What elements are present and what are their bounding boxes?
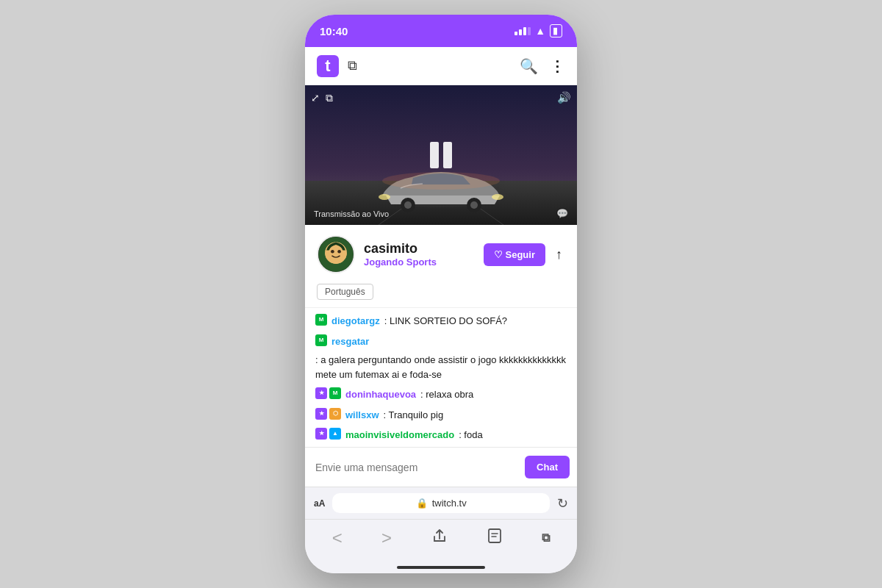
top-nav: t ⧉ 🔍 ⋮ bbox=[305, 47, 577, 85]
follow-button[interactable]: ♡ Seguir bbox=[484, 243, 545, 266]
bookmarks-button[interactable] bbox=[481, 522, 509, 553]
language-section: Português bbox=[305, 281, 577, 307]
copy-icon[interactable]: ⧉ bbox=[348, 58, 357, 74]
font-size-button[interactable]: aA bbox=[314, 498, 325, 509]
status-bar: 10:40 ▲ ▮ bbox=[305, 15, 577, 47]
message-text-1: : LINK SORTEIO DO SOFÁ? bbox=[384, 314, 507, 329]
message-text-5: : foda bbox=[459, 428, 483, 442]
search-icon[interactable]: 🔍 bbox=[520, 57, 538, 75]
video-background bbox=[305, 85, 577, 225]
chat-messages: M diegotargz : LINK SORTEIO DO SOFÁ? M r… bbox=[305, 307, 577, 447]
username-2: resgatar bbox=[331, 334, 369, 349]
chat-input[interactable] bbox=[315, 462, 517, 473]
message-text-2: : a galera perguntando onde assistir o j… bbox=[315, 353, 567, 381]
browser-nav: < > ⧉ bbox=[305, 519, 577, 556]
svg-point-10 bbox=[492, 194, 503, 200]
svg-point-15 bbox=[331, 250, 334, 254]
mod-badge-2: M bbox=[315, 334, 327, 346]
refresh-button[interactable]: ↻ bbox=[557, 495, 568, 512]
home-indicator bbox=[305, 556, 577, 573]
home-bar bbox=[397, 566, 485, 569]
chat-send-button[interactable]: Chat bbox=[525, 456, 570, 478]
message-text-4: : Tranquilo pig bbox=[384, 408, 444, 423]
video-controls-bottom: Transmissão ao Vivo 💬 bbox=[314, 208, 568, 219]
svg-point-11 bbox=[382, 172, 500, 190]
mod-badge: M bbox=[315, 314, 327, 326]
more-icon[interactable]: ⋮ bbox=[550, 57, 565, 75]
caption-icon[interactable]: 💬 bbox=[556, 208, 568, 219]
svg-point-9 bbox=[379, 194, 390, 200]
url-bar[interactable]: 🔒 twitch.tv bbox=[332, 493, 550, 513]
share-button[interactable]: ↑ bbox=[553, 244, 565, 265]
live-label: Transmissão ao Vivo bbox=[314, 209, 389, 218]
svg-point-16 bbox=[337, 250, 341, 254]
signal-icon bbox=[514, 27, 531, 35]
video-top-left: ⤢ ⧉ bbox=[311, 92, 333, 104]
chat-message-3: ★ M doninhaquevoa : relaxa obra bbox=[315, 387, 567, 402]
tabs-button[interactable]: ⧉ bbox=[536, 526, 556, 551]
chat-message-5: ★ ▲ maoinvisiveldomercado : foda bbox=[315, 428, 567, 442]
mod-badge-3: M bbox=[329, 387, 341, 399]
browser-url-bar: aA 🔒 twitch.tv ↻ bbox=[305, 487, 577, 519]
prime-badge-5: ▲ bbox=[329, 428, 341, 440]
sub-badge-5: ★ bbox=[315, 428, 327, 440]
channel-game: Jogando Sports bbox=[364, 257, 437, 268]
chat-input-bar: Chat bbox=[305, 447, 577, 487]
heart-icon: ♡ bbox=[494, 249, 503, 260]
username-5: maoinvisiveldomercado bbox=[345, 428, 454, 442]
twitch-logo[interactable]: t bbox=[317, 55, 339, 77]
channel-name: casimito bbox=[364, 241, 437, 257]
username-1: diegotargz bbox=[331, 314, 380, 329]
wifi-icon: ▲ bbox=[535, 25, 545, 37]
chat-message-2: M resgatar : a galera perguntando onde a… bbox=[315, 334, 567, 382]
chat-message-1: M diegotargz : LINK SORTEIO DO SOFÁ? bbox=[315, 314, 567, 329]
video-controls-top: ⤢ ⧉ 🔊 bbox=[311, 91, 571, 104]
url-text: twitch.tv bbox=[432, 498, 467, 509]
avatar-image bbox=[318, 235, 354, 273]
video-player[interactable]: ⤢ ⧉ 🔊 Transmissão ao Vivo 💬 bbox=[305, 85, 577, 225]
channel-left: casimito Jogando Sports bbox=[317, 235, 437, 273]
channel-text: casimito Jogando Sports bbox=[364, 241, 437, 268]
svg-point-14 bbox=[325, 242, 347, 264]
pause-icon[interactable] bbox=[430, 142, 452, 168]
lock-icon: 🔒 bbox=[416, 498, 428, 509]
badges-2: M bbox=[315, 334, 327, 346]
pip-icon[interactable]: ⧉ bbox=[326, 92, 333, 104]
svg-rect-17 bbox=[489, 529, 501, 542]
expand-icon[interactable]: ⤢ bbox=[311, 92, 320, 104]
username-3: doninhaquevoa bbox=[345, 387, 416, 402]
status-icons: ▲ ▮ bbox=[514, 24, 562, 37]
channel-info: casimito Jogando Sports ♡ Seguir ↑ bbox=[305, 225, 577, 281]
sub-badge-3: ★ bbox=[315, 387, 327, 399]
badges-4: ★ ⬡ bbox=[315, 408, 341, 420]
sub-badge-4: ★ bbox=[315, 408, 327, 420]
status-time: 10:40 bbox=[320, 25, 348, 37]
bits-badge-4: ⬡ bbox=[329, 408, 341, 420]
nav-right: 🔍 ⋮ bbox=[520, 57, 565, 75]
chat-message-4: ★ ⬡ willsxw : Tranquilo pig bbox=[315, 408, 567, 423]
channel-avatar[interactable] bbox=[317, 235, 355, 273]
nav-left: t ⧉ bbox=[317, 55, 357, 77]
share-browser-button[interactable] bbox=[426, 522, 453, 553]
badges-5: ★ ▲ bbox=[315, 428, 341, 440]
volume-icon[interactable]: 🔊 bbox=[557, 91, 571, 104]
phone-frame: 10:40 ▲ ▮ t ⧉ 🔍 ⋮ bbox=[305, 15, 577, 573]
battery-icon: ▮ bbox=[550, 24, 562, 37]
username-4: willsxw bbox=[345, 408, 379, 423]
message-text-3: : relaxa obra bbox=[420, 387, 473, 402]
back-button[interactable]: < bbox=[326, 522, 348, 554]
forward-button[interactable]: > bbox=[376, 522, 398, 554]
channel-actions: ♡ Seguir ↑ bbox=[484, 243, 565, 266]
badges-3: ★ M bbox=[315, 387, 341, 399]
badges-1: M bbox=[315, 314, 327, 326]
language-badge[interactable]: Português bbox=[317, 284, 373, 300]
